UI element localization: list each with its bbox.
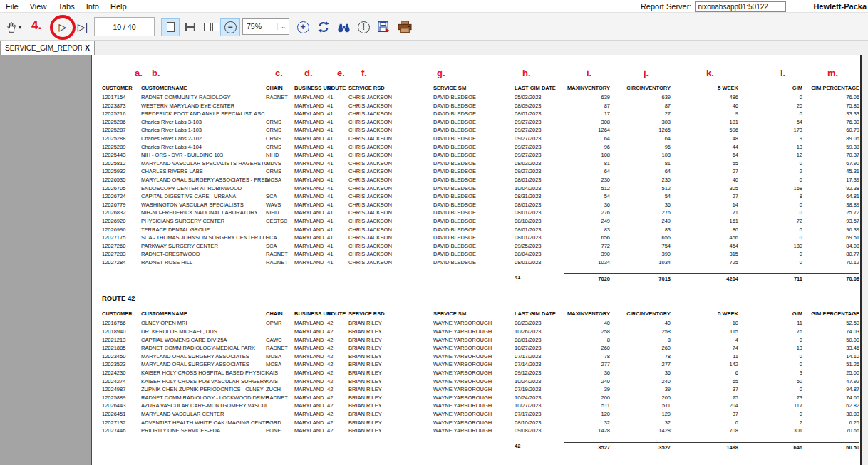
table-cell: SCA - THOMAS JOHNSON SURGERY CENTER LLC — [141, 234, 266, 242]
column-letter-f: f. — [361, 68, 367, 78]
table-cell: 173 — [738, 126, 802, 135]
table-cell: MARYLAND — [294, 135, 327, 143]
fit-width-button[interactable] — [181, 18, 200, 36]
table-cell: BRIAN RILEY — [348, 377, 433, 386]
table-cell: 41 — [327, 93, 348, 102]
table-cell: 180 — [738, 242, 802, 251]
table-row: 12025889RADNET COMM RADIOLOGY - LOCKWOOD… — [102, 394, 859, 402]
column-letter-k: k. — [706, 68, 714, 78]
report-body: CUSTOMERCUSTOMERNAMECHAINBUSINESS UNIROU… — [102, 83, 860, 453]
two-page-view-button[interactable] — [201, 18, 222, 36]
table-cell: CUSTOMER — [102, 83, 141, 93]
find-button[interactable] — [334, 18, 353, 36]
table-cell: ENDOSCOPY CENTER AT ROBINWOOD — [141, 184, 266, 193]
column-letter-i: i. — [587, 68, 591, 78]
table-cell: 12025289 — [102, 143, 141, 152]
table-cell: 7013 — [610, 273, 671, 284]
hand-tool-dropdown-arrow[interactable]: ▾ — [19, 24, 21, 31]
menu-info[interactable]: Info — [81, 2, 105, 11]
table-cell: MARYLAND VASCULAR CENTER — [141, 410, 266, 419]
table-cell: 33.33 — [802, 110, 859, 118]
page-number-box[interactable]: 10 / 40 — [94, 17, 155, 36]
table-cell: RADNET COMM RADIOLOGY - LOCKWOOD DRIVE — [141, 394, 266, 402]
table-cell: 96.39 — [802, 226, 859, 234]
table-cell: 12021213 — [102, 336, 141, 345]
table-cell: DAVID BLEDSOE — [433, 102, 515, 110]
table-cell: 200 — [564, 394, 610, 402]
print-button[interactable] — [394, 18, 415, 36]
single-page-view-button[interactable] — [161, 18, 180, 36]
info-button[interactable]: ! — [354, 18, 373, 36]
zoom-level-select[interactable]: 75% ⌄ — [242, 18, 289, 35]
table-cell: 08/01/2023 — [515, 110, 564, 118]
table-cell: 12026443 — [102, 402, 141, 410]
table-cell: CAPITAL DIGESTIVE CARE - URBANA — [141, 192, 266, 201]
table-row: 12026832NIH-NO-FREDERICK NATIONAL LABORA… — [102, 209, 859, 217]
table-cell: 11 — [738, 319, 802, 328]
table-cell: 08/03/2023 — [515, 160, 564, 168]
table-cell: 96 — [564, 143, 610, 152]
two-page-icon-left — [204, 23, 211, 31]
zoom-out-button[interactable]: − — [220, 18, 240, 36]
hand-tool-button[interactable]: ▾ — [3, 18, 24, 36]
table-cell: 75.86 — [802, 102, 859, 110]
table-row: 12027284RADNET-ROSE HILLRADNETMARYLAND41… — [102, 258, 859, 267]
table-cell: NIH - ORS - DVR - BUILDING 103 — [141, 151, 266, 160]
table-cell: 711 — [738, 273, 802, 284]
zoom-in-button[interactable]: + — [294, 18, 312, 36]
table-cell — [327, 273, 348, 284]
table-cell: BRIAN RILEY — [348, 328, 433, 336]
menu-view[interactable]: View — [24, 2, 53, 11]
table-cell: WAYNE YARBOROUGH — [433, 360, 515, 369]
table-cell: 12026832 — [102, 209, 141, 217]
table-cell: 81 — [564, 160, 610, 168]
tab-close-icon[interactable]: X — [85, 44, 90, 52]
table-cell: 200 — [610, 394, 671, 402]
table-cell: WAYNE YARBOROUGH — [433, 344, 515, 352]
tab-service-gim-report[interactable]: SERVICE_GIM_REPOR... X — [0, 41, 95, 55]
menu-help[interactable]: Help — [105, 2, 133, 11]
scrollbar-track[interactable] — [862, 55, 868, 465]
table-cell: 76 — [738, 328, 802, 336]
last-page-button[interactable]: ▷| — [73, 18, 92, 36]
table-cell: 41 — [327, 143, 348, 152]
table-cell: 25.00 — [802, 369, 859, 377]
table-cell: 12026779 — [102, 201, 141, 209]
table-cell: 8 — [564, 336, 610, 345]
table-row: 12027132ADVENTIST HEALTH WHITE OAK IMAGI… — [102, 419, 859, 427]
table-cell — [266, 102, 294, 110]
menu-file[interactable]: File — [0, 2, 24, 11]
table-cell: 258 — [564, 328, 610, 336]
table-cell: KAISER HOLY CROSS HOSPITAL BASED PHYSICI — [141, 369, 266, 377]
table-cell: 10/26/2023 — [515, 328, 564, 336]
table-cell: 14 — [671, 201, 738, 209]
table-cell: 50.00 — [802, 336, 859, 345]
column-letter-e: e. — [337, 68, 345, 78]
table-row: 12026443AZURA VASCULAR CARE-MONTGOMERY V… — [102, 402, 859, 410]
next-page-button[interactable]: ▷ — [54, 18, 71, 36]
table-cell: 456 — [671, 234, 738, 242]
report-server-input[interactable] — [695, 1, 786, 12]
refresh-button[interactable] — [314, 18, 334, 36]
table-cell: 17 — [564, 110, 610, 118]
table-row: 12026535MARYLAND ORAL SURGERY ASSOCIATES… — [102, 176, 859, 184]
table-cell: 74.00 — [802, 394, 859, 402]
table-cell: 96 — [610, 143, 671, 152]
table-cell: RADNET COMM RADIOLOGY-MEDICAL PARK — [141, 344, 266, 352]
table-cell: ZUPNIK CHEN ZUPNIK PERIODONTICS - OLNEY — [141, 385, 266, 394]
table-cell: 84.08 — [802, 242, 859, 251]
table-cell: AZURA VASCULAR CARE-MONTGOMERY VASCUL — [141, 402, 266, 410]
table-cell: 42 — [327, 369, 348, 377]
section-title: ROUTE 42 — [102, 294, 860, 303]
export-button[interactable] — [373, 18, 393, 36]
table-cell: 37 — [671, 385, 738, 394]
table-cell: 646 — [738, 442, 802, 453]
table-cell: 12025443 — [102, 151, 141, 160]
table-cell: 42 — [327, 402, 348, 410]
table-cell: 4 — [671, 336, 738, 345]
menu-tabs[interactable]: Tabs — [52, 2, 80, 11]
table-cell: PONE — [266, 427, 294, 435]
table-cell: 11 — [671, 352, 738, 361]
table-cell: 09/08/2023 — [515, 427, 564, 435]
table-cell: RADNET-ROSE HILL — [141, 258, 266, 267]
